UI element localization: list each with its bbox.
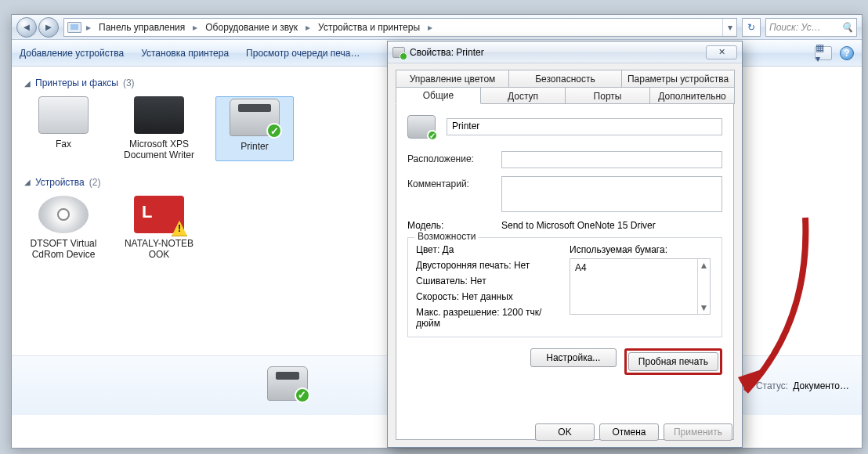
device-item-laptop[interactable]: ! NATALY-NOTEB OOK [120,196,198,261]
dialog-titlebar[interactable]: Свойства: Printer ✕ [388,41,742,63]
comment-label: Комментарий: [407,176,494,212]
device-item-fax[interactable]: Fax [24,96,103,161]
default-check-icon: ✓ [427,130,438,141]
device-label: Fax [24,139,103,150]
breadcrumb-dropdown[interactable]: ▾ [722,19,736,36]
device-label: Printer [218,141,291,152]
cap-duplex: Двусторонняя печать: Нет [416,260,559,271]
paper-value: A4 [575,262,587,273]
device-label: CdRom Device [24,249,103,260]
disc-icon [38,196,89,233]
help-button[interactable]: ? [840,46,854,60]
capabilities-group: Возможности Цвет: Да Двусторонняя печать… [407,237,722,337]
comment-input[interactable] [501,176,722,212]
computer-icon [67,22,81,33]
scrollbar[interactable]: ▲▼ [697,259,710,314]
tabs-row-bottom: Общие Доступ Порты Дополнительно [396,87,734,104]
chevron-right-icon: ▸ [190,22,201,33]
cmd-add-device[interactable]: Добавление устройства [20,48,124,59]
device-item-printer-selected[interactable]: ✓ Printer [215,96,294,161]
search-input[interactable]: Поиск: Ус… 🔍 [765,18,857,37]
breadcrumb-seg-control[interactable]: Панель управления [96,20,188,34]
group-devices-count: (2) [89,177,101,188]
dialog-title: Свойства: Printer [410,47,484,58]
chevron-right-icon: ▸ [302,22,313,33]
tab-ports[interactable]: Порты [565,87,650,104]
device-label: OOK [120,249,198,260]
chevron-right-icon: ▸ [425,22,436,33]
device-item-xps[interactable]: Microsoft XPS Document Writer [120,96,198,161]
tab-security[interactable]: Безопасность [508,70,622,87]
view-options-button[interactable]: ▦ ▾ [815,46,832,60]
tab-panel-general: ✓ Printer Расположение: Комментарий: Мод… [396,103,734,440]
cap-speed: Скорость: Нет данных [416,291,559,302]
device-label: NATALY-NOTEB [120,238,198,249]
printer-icon: ✓ [267,366,308,401]
location-label: Расположение: [407,151,494,168]
cancel-button[interactable]: Отмена [599,423,659,441]
nav-back-button[interactable]: ◄ [16,17,37,38]
cap-staple: Сшиватель: Нет [416,276,559,286]
location-input[interactable] [501,151,722,168]
group-printers-count: (3) [123,77,135,88]
default-check-icon: ✓ [266,123,282,139]
cmd-add-printer[interactable]: Установка принтера [141,48,229,59]
details-status-key: Статус: [747,380,788,391]
group-printers-title: Принтеры и факсы [35,77,118,88]
tab-advanced[interactable]: Дополнительно [649,87,735,104]
nav-forward-button[interactable]: ► [38,17,59,38]
group-devices-title: Устройства [35,177,85,188]
refresh-button[interactable]: ↻ [742,18,761,37]
settings-button[interactable]: Настройка... [530,348,617,367]
breadcrumb-seg-hardware[interactable]: Оборудование и звук [202,20,301,34]
warning-icon: ! [172,221,187,236]
breadcrumb[interactable]: ▸ Панель управления ▸ Оборудование и зву… [63,18,737,37]
chevron-right-icon: ▸ [83,22,94,33]
test-page-button[interactable]: Пробная печать [628,352,718,371]
printer-icon [392,47,405,58]
nav-bar: ◄ ► ▸ Панель управления ▸ Оборудование и… [12,15,862,40]
cap-color: Цвет: Да [416,244,559,255]
device-label: Microsoft XPS [120,139,198,150]
collapse-icon: ◢ [24,178,31,186]
model-label: Модель: [407,220,494,231]
search-icon: 🔍 [841,22,853,33]
ok-button[interactable]: OK [535,423,595,441]
paper-listbox[interactable]: A4 ▲▼ [570,258,711,315]
device-label: DTSOFT Virtual [24,238,103,249]
cap-maxres: Макс. разрешение: 1200 тчк/дюйм [416,307,559,329]
properties-dialog: Свойства: Printer ✕ Управление цветом Бе… [387,41,743,448]
cmd-view-queue[interactable]: Просмотр очереди печа… [246,48,360,59]
tab-device-settings[interactable]: Параметры устройства [621,70,735,87]
test-page-highlight: Пробная печать [624,348,722,375]
apply-button[interactable]: Применить [664,423,732,441]
printer-icon: ✓ [407,115,436,139]
search-placeholder: Поиск: Ус… [769,22,821,33]
details-status-val: Документо… [793,380,849,391]
printer-icon [134,96,184,134]
laptop-icon: ! [134,196,184,233]
printer-icon: ✓ [230,99,280,136]
capabilities-legend: Возможности [414,231,479,242]
device-label: Document Writer [120,150,198,160]
device-item-cdrom[interactable]: DTSOFT Virtual CdRom Device [24,196,103,261]
tab-color-management[interactable]: Управление цветом [396,70,509,87]
close-button[interactable]: ✕ [706,45,737,59]
fax-icon [38,96,89,134]
breadcrumb-seg-devices[interactable]: Устройства и принтеры [315,20,423,34]
printer-name-input[interactable]: Printer [447,118,722,135]
tab-general[interactable]: Общие [396,87,481,104]
default-check-icon: ✓ [295,387,310,403]
tabs-row-top: Управление цветом Безопасность Параметры… [396,70,734,87]
model-value: Send to Microsoft OneNote 15 Driver [501,220,656,231]
collapse-icon: ◢ [24,79,31,88]
tab-sharing[interactable]: Доступ [480,87,566,104]
paper-label: Используемая бумага: [570,244,714,255]
